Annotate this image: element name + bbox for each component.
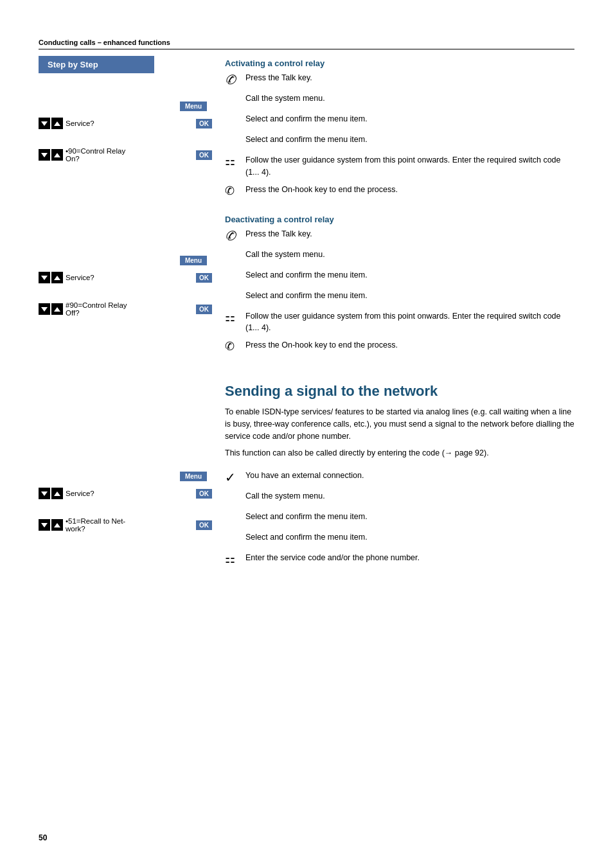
send-signal-desc-2: This function can also be called directl…	[225, 447, 574, 459]
send-signal-desc-1: To enable ISDN-type services/ features t…	[225, 406, 574, 442]
step-by-step-box: Step by Step	[39, 56, 154, 73]
send-signal-title: Sending a signal to the network	[225, 383, 574, 400]
text-talk-2: Press the Talk key.	[245, 228, 574, 240]
right-column: Activating a control relay ✆ Press the T…	[218, 56, 574, 572]
text-service-2: Select and confirm the menu item.	[245, 269, 574, 281]
service-label-2: Service?	[66, 274, 192, 281]
nav-arrows-4[interactable]	[39, 303, 63, 315]
nav-arrows-1[interactable]	[39, 118, 63, 129]
arrow-up-btn-4[interactable]	[51, 303, 63, 315]
text-onhook-1: Press the On-hook key to end the process…	[245, 184, 574, 196]
arrow-up-btn-3[interactable]	[51, 272, 63, 283]
relay-on-label: •90=Control RelayOn?	[66, 147, 192, 163]
row-service-select-3: Select and confirm the menu item.	[225, 511, 574, 526]
ok-button-5[interactable]: OK	[196, 489, 212, 499]
recall-label: •51=Recall to Net-work?	[66, 517, 192, 533]
onhook-icon-2: ✆	[225, 339, 245, 353]
row-service-select-2: Select and confirm the menu item.	[225, 269, 574, 285]
text-onhook-2: Press the On-hook key to end the process…	[245, 339, 574, 351]
service-label-1: Service?	[66, 120, 192, 127]
keypad-icon-3: ⚏	[225, 552, 245, 566]
relay-off-label: #90=Control RelayOff?	[66, 301, 192, 317]
row-keypad-2: ⚏ Follow the user guidance system from t…	[225, 310, 574, 335]
arrow-up-btn-5[interactable]	[51, 488, 63, 499]
row-menu-3: Call the system menu.	[225, 490, 574, 506]
row-onhook-2: ✆ Press the On-hook key to end the proce…	[225, 339, 574, 355]
arrow-up-btn-1[interactable]	[51, 118, 63, 129]
row-talk-2: ✆ Press the Talk key.	[225, 228, 574, 244]
text-menu-1: Call the system menu.	[245, 93, 574, 105]
page-number: 50	[39, 833, 47, 842]
ok-button-3[interactable]: OK	[196, 273, 212, 283]
page: Conducting calls – enhanced functions St…	[0, 0, 613, 868]
row-keypad-1: ⚏ Follow the user guidance system from t…	[225, 154, 574, 179]
row-service-select-1: Select and confirm the menu item.	[225, 113, 574, 128]
text-service-1: Select and confirm the menu item.	[245, 113, 574, 125]
menu-button-3[interactable]: Menu	[180, 472, 207, 481]
row-external: ✓ You have an external connection.	[225, 470, 574, 485]
step-row-service-1: Service? OK	[39, 114, 212, 132]
text-relay-off: Select and confirm the menu item.	[245, 290, 574, 302]
nav-arrows-2[interactable]	[39, 149, 63, 161]
row-relay-on-select: Select and confirm the menu item.	[225, 134, 574, 149]
text-recall: Select and confirm the menu item.	[245, 531, 574, 544]
text-talk-1: Press the Talk key.	[245, 72, 574, 84]
row-keypad-enter: ⚏ Enter the service code and/or the phon…	[225, 552, 574, 567]
text-relay-on: Select and confirm the menu item.	[245, 134, 574, 146]
nav-arrows-6[interactable]	[39, 519, 63, 531]
section-header: Conducting calls – enhanced functions	[39, 39, 574, 49]
text-external: You have an external connection.	[245, 470, 574, 482]
activate-relay-title: Activating a control relay	[225, 58, 574, 68]
left-column: Step by Step Menu Service? OK	[39, 56, 218, 572]
keypad-icon-2: ⚏	[225, 310, 245, 324]
row-menu-2: Call the system menu.	[225, 249, 574, 264]
external-icon: ✓	[225, 470, 245, 485]
row-onhook-1: ✆ Press the On-hook key to end the proce…	[225, 184, 574, 199]
arrow-down-btn-6[interactable]	[39, 519, 50, 531]
arrow-down-btn-1[interactable]	[39, 118, 50, 129]
nav-arrows-3[interactable]	[39, 272, 63, 283]
step-row-service-2: Service? OK	[39, 269, 212, 287]
ok-button-6[interactable]: OK	[196, 520, 212, 530]
text-keypad-2: Follow the user guidance system from thi…	[245, 310, 574, 335]
step-row-service-3: Service? OK	[39, 484, 212, 502]
service-label-3: Service?	[66, 490, 192, 497]
arrow-down-btn-2[interactable]	[39, 149, 50, 161]
ok-button-1[interactable]: OK	[196, 119, 212, 128]
ok-button-2[interactable]: OK	[196, 150, 212, 160]
arrow-down-btn-3[interactable]	[39, 272, 50, 283]
arrow-down-btn-4[interactable]	[39, 303, 50, 315]
arrow-down-btn-5[interactable]	[39, 488, 50, 499]
menu-button-1[interactable]: Menu	[180, 102, 207, 111]
arrow-up-btn-2[interactable]	[51, 149, 63, 161]
talk-icon-1: ✆	[225, 72, 245, 87]
onhook-icon-1: ✆	[225, 184, 245, 198]
main-layout: Step by Step Menu Service? OK	[39, 56, 574, 572]
keypad-icon-1: ⚏	[225, 154, 245, 168]
menu-button-2[interactable]: Menu	[180, 256, 207, 265]
step-row-relay-off: #90=Control RelayOff? OK	[39, 297, 212, 321]
row-relay-off-select: Select and confirm the menu item.	[225, 290, 574, 305]
deactivate-relay-title: Deactivating a control relay	[225, 215, 574, 224]
step-row-relay-on: •90=Control RelayOn? OK	[39, 143, 212, 167]
row-talk-1: ✆ Press the Talk key.	[225, 72, 574, 87]
step-row-recall: •51=Recall to Net-work? OK	[39, 513, 212, 537]
ok-button-4[interactable]: OK	[196, 305, 212, 314]
text-keypad-1: Follow the user guidance system from thi…	[245, 154, 574, 179]
text-menu-3: Call the system menu.	[245, 490, 574, 502]
text-service-3: Select and confirm the menu item.	[245, 511, 574, 523]
row-recall-select: Select and confirm the menu item.	[225, 531, 574, 547]
text-menu-2: Call the system menu.	[245, 249, 574, 261]
row-menu-1: Call the system menu.	[225, 93, 574, 108]
arrow-up-btn-6[interactable]	[51, 519, 63, 531]
talk-icon-2: ✆	[225, 228, 245, 244]
text-keypad-enter: Enter the service code and/or the phone …	[245, 552, 574, 564]
nav-arrows-5[interactable]	[39, 488, 63, 499]
